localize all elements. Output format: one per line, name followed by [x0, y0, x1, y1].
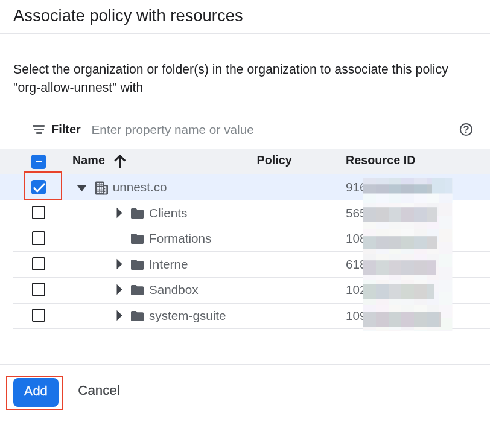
svg-text:?: ?	[463, 124, 469, 135]
